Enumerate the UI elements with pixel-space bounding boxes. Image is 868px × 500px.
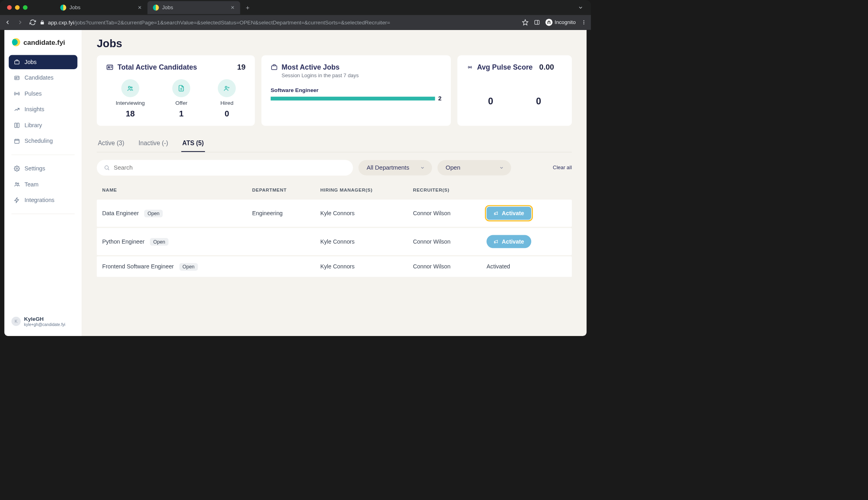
new-tab-button[interactable]: ＋ [240, 4, 255, 12]
card-most-active: Most Active Jobs Session Logins in the p… [261, 55, 451, 126]
svg-rect-19 [271, 66, 277, 70]
clear-all-link[interactable]: Clear all [553, 165, 572, 171]
user-footer[interactable]: K KyleGH kyle+gh@candidate.fyi [9, 313, 78, 330]
tab-ats[interactable]: ATS (5) [181, 137, 205, 152]
browser-tab-1[interactable]: Jobs ✕ [147, 1, 240, 14]
chevron-down-icon[interactable] [578, 5, 583, 10]
svg-point-12 [15, 183, 17, 184]
user-email: kyle+gh@candidate.fyi [24, 322, 65, 327]
th-department: Department [252, 188, 320, 193]
url-path: /jobs?currentTab=2&currentPage=1&searchV… [74, 19, 390, 25]
tab-close-icon[interactable]: ✕ [138, 4, 142, 10]
book-icon [14, 122, 20, 128]
sidebar-item-label: Candidates [24, 75, 53, 81]
window-traffic-lights [7, 5, 28, 10]
reload-icon[interactable] [30, 19, 36, 26]
activated-label: Activated [486, 263, 510, 270]
tab-title: Jobs [162, 4, 173, 10]
status-badge: Open [150, 238, 169, 246]
browser-toolbar: app.cxp.fyi/jobs?currentTab=2&currentPag… [0, 15, 591, 30]
incognito-label: Incognito [555, 19, 576, 25]
job-rec: Connor Wilson [413, 210, 486, 216]
url-host: app.cxp.fyi [48, 19, 74, 25]
id-card-icon [14, 75, 20, 81]
sidebar-item-integrations[interactable]: Integrations [9, 193, 78, 207]
back-icon[interactable] [4, 19, 11, 26]
th-hiring-manager: Hiring Manager(s) [320, 188, 413, 193]
team-icon [14, 181, 20, 188]
svg-rect-1 [534, 20, 539, 24]
briefcase-icon [271, 64, 278, 71]
window-maximize[interactable] [23, 5, 28, 10]
user-plus-icon [218, 79, 236, 97]
card-value: 19 [237, 63, 245, 72]
svg-rect-6 [15, 61, 19, 64]
sidebar-item-jobs[interactable]: Jobs [9, 55, 78, 69]
kebab-icon[interactable] [581, 20, 587, 25]
card-total-active: Total Active Candidates 19 Interviewing … [97, 55, 255, 126]
incognito-icon [545, 19, 553, 26]
svg-rect-14 [107, 65, 113, 70]
svg-point-3 [583, 20, 584, 21]
main-content: Jobs Total Active Candidates 19 Intervie… [82, 30, 587, 336]
svg-point-20 [469, 67, 470, 68]
briefcase-icon [14, 59, 20, 65]
job-hm: Kyle Connors [320, 238, 413, 245]
job-name: Data Engineer [102, 210, 139, 216]
stat-hired: Hired 0 [218, 79, 236, 118]
job-hm: Kyle Connors [320, 263, 413, 270]
table-row[interactable]: Frontend Software Engineer Open Kyle Con… [97, 256, 572, 277]
window-close[interactable] [7, 5, 12, 10]
browser-tab-0[interactable]: Jobs ✕ [55, 1, 147, 14]
gear-icon [14, 165, 20, 172]
search-input[interactable] [114, 164, 346, 172]
sidebar-item-pulses[interactable]: Pulses [9, 86, 78, 100]
stat-offer: Offer 1 [173, 79, 191, 118]
sidebar-item-scheduling[interactable]: Scheduling [9, 134, 78, 148]
sidebar-item-library[interactable]: Library [9, 118, 78, 132]
favicon-icon [60, 4, 66, 10]
sidebar-item-settings[interactable]: Settings [9, 162, 78, 176]
svg-point-17 [131, 87, 132, 88]
job-name: Frontend Software Engineer [102, 263, 174, 270]
calendar-icon [14, 138, 20, 144]
star-icon[interactable] [522, 19, 528, 26]
job-dept: Engineering [252, 210, 320, 216]
table-row[interactable]: Data Engineer Open Engineering Kyle Conn… [97, 200, 572, 227]
lock-icon [40, 20, 44, 25]
tab-close-icon[interactable]: ✕ [231, 4, 235, 10]
activate-button[interactable]: Activate [486, 235, 531, 248]
nav-separator [12, 214, 75, 214]
activate-button[interactable]: Activate [486, 207, 531, 220]
sidebar-item-label: Integrations [24, 197, 54, 203]
stat-interviewing: Interviewing 18 [116, 79, 145, 118]
chevron-down-icon [420, 165, 425, 170]
card-title: Avg Pulse Score [477, 63, 532, 72]
svg-point-21 [105, 166, 108, 169]
trend-icon [14, 106, 20, 113]
forward-icon[interactable] [17, 19, 23, 26]
job-rec: Connor Wilson [413, 263, 486, 270]
brand-logo-icon [12, 38, 20, 46]
incognito-indicator[interactable]: Incognito [545, 19, 576, 26]
sidebar-item-label: Pulses [24, 90, 42, 97]
panel-icon[interactable] [534, 19, 540, 25]
department-filter[interactable]: All Departments [358, 160, 432, 175]
chevron-down-icon [499, 165, 504, 170]
search-input-wrap[interactable] [97, 160, 353, 176]
brand-name: candidate.fyi [24, 38, 65, 46]
svg-point-11 [16, 168, 18, 170]
browser-tabbar: Jobs ✕ Jobs ✕ ＋ [0, 0, 591, 15]
sidebar-item-team[interactable]: Team [9, 177, 78, 191]
address-bar[interactable]: app.cxp.fyi/jobs?currentTab=2&currentPag… [40, 19, 518, 26]
sidebar-item-label: Settings [24, 165, 45, 172]
sidebar-item-insights[interactable]: Insights [9, 102, 78, 116]
tab-active[interactable]: Active (3) [97, 137, 126, 152]
sidebar-item-candidates[interactable]: Candidates [9, 71, 78, 85]
status-filter[interactable]: Open [438, 160, 511, 175]
brand[interactable]: candidate.fyi [9, 36, 78, 53]
table-row[interactable]: Python Engineer Open Kyle Connors Connor… [97, 228, 572, 255]
svg-point-5 [583, 24, 584, 24]
window-minimize[interactable] [15, 5, 20, 10]
tab-inactive[interactable]: Inactive (-) [137, 137, 169, 152]
